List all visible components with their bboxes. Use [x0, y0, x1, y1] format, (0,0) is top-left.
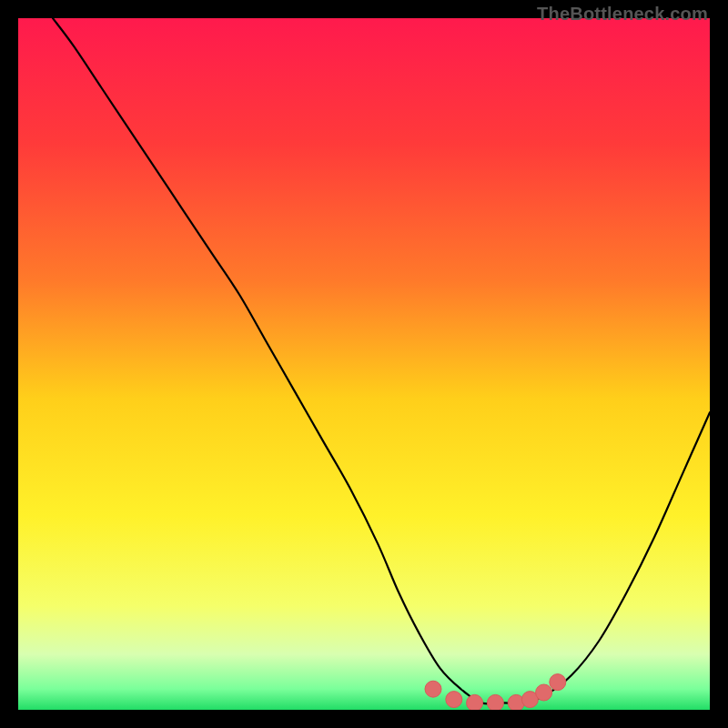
flat-region-dot — [536, 684, 552, 701]
flat-region-dot — [487, 694, 503, 710]
chart-container: TheBottleneck.com — [0, 0, 728, 728]
curve-layer — [18, 18, 710, 710]
flat-region-markers — [425, 674, 566, 710]
flat-region-dot — [425, 681, 441, 697]
flat-region-dot — [550, 674, 566, 691]
watermark-text: TheBottleneck.com — [537, 4, 708, 25]
flat-region-dot — [446, 692, 462, 708]
flat-region-dot — [467, 694, 483, 710]
plot-area — [18, 18, 710, 710]
bottleneck-curve — [53, 18, 710, 704]
